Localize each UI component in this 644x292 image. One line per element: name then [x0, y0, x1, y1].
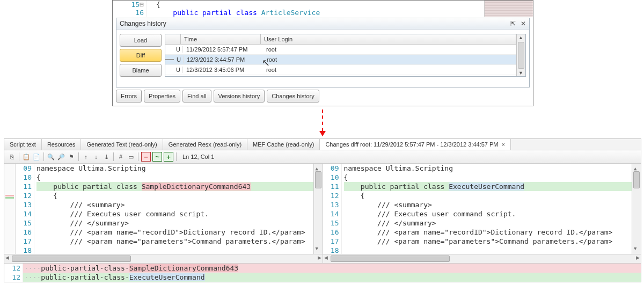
row-handle — [165, 59, 174, 60]
panel-tab-button[interactable]: Errors — [116, 90, 142, 103]
diff-split-view: 09101112131415161718 namespace Ultima.Sc… — [4, 164, 641, 263]
cell-user: root — [263, 67, 516, 73]
document-tab[interactable]: Generated Text (read-only) — [81, 139, 163, 150]
document-tab[interactable]: Script text — [4, 139, 42, 150]
panel-tab-button[interactable]: Find all — [182, 90, 211, 103]
cell-user: root — [263, 46, 516, 53]
copy-icon[interactable]: ⎘ — [8, 152, 16, 161]
merged-row: 12····public·partial·class·ExecuteUserCo… — [4, 273, 641, 282]
cursor-position: Ln 12, Col 1 — [182, 154, 214, 160]
grid-scrollbar-vertical[interactable] — [516, 34, 525, 76]
panel-tab-button[interactable]: Properties — [144, 90, 180, 103]
close-icon[interactable]: ✕ — [521, 20, 526, 27]
panel-titlebar: Changes history ⇱ ✕ — [116, 18, 529, 30]
diff-viewer-panel: Script textResourcesGenerated Text (read… — [4, 138, 641, 282]
diff-left-pane: 09101112131415161718 namespace Ultima.Sc… — [4, 164, 323, 263]
merged-row: 12····public·partial·class·SampleDiction… — [4, 264, 641, 273]
line-numbers: 09101112131415161718 — [323, 164, 342, 254]
diff-right-pane: 09101112131415161718 namespace Ultima.Sc… — [323, 164, 641, 263]
col-header-flag[interactable] — [165, 34, 181, 44]
tab-close-icon[interactable]: × — [502, 141, 505, 148]
cell-flag: U — [174, 46, 183, 53]
cell-flag: U — [174, 56, 184, 63]
table-row[interactable]: U11/29/2012 5:57:47 PMroot — [165, 45, 516, 55]
diff-removed-toggle[interactable]: − — [141, 152, 151, 162]
line-number: 16 — [113, 9, 144, 17]
replace-icon[interactable]: 🔎 — [57, 152, 65, 161]
paste-icon[interactable]: 📋 — [22, 152, 31, 161]
overview-ruler[interactable] — [4, 164, 16, 254]
panel-tab-button[interactable]: Changes history — [267, 90, 319, 103]
changes-history-panel: Changes history ⇱ ✕ Load Diff Blame Time… — [116, 18, 530, 87]
cell-time: 12/3/2012 3:45:06 PM — [183, 67, 263, 73]
cell-time: 11/29/2012 5:57:47 PM — [183, 46, 263, 53]
document-tabs: Script textResourcesGenerated Text (read… — [4, 139, 641, 150]
code-lines[interactable]: { public partial class ArticleService — [147, 1, 320, 17]
code-text[interactable]: namespace Ultima.Scripting{ public parti… — [34, 164, 313, 254]
pin-icon[interactable]: ⇱ — [510, 20, 516, 27]
up-icon[interactable]: ↑ — [82, 152, 90, 161]
down-icon[interactable]: ↓ — [92, 152, 100, 161]
hash-icon[interactable]: # — [116, 152, 125, 161]
load-button[interactable]: Load — [120, 34, 162, 47]
diff-added-toggle[interactable]: + — [164, 152, 173, 162]
merged-diff-lines: 12····public·partial·class·SampleDiction… — [4, 263, 641, 282]
diff-button[interactable]: Diff — [120, 49, 162, 62]
panel-title: Changes history — [120, 18, 166, 29]
diff-changed-toggle[interactable]: ~ — [152, 152, 162, 162]
document-tab[interactable]: Generated Resx (read-only) — [163, 139, 247, 150]
find-icon[interactable]: 🔍 — [47, 152, 55, 161]
window-icon[interactable]: ▭ — [127, 152, 135, 161]
bottom-tab-buttons: ErrorsPropertiesFind allVersions history… — [116, 90, 319, 103]
cell-user: root — [264, 56, 516, 63]
code-line: public partial class ArticleService — [156, 9, 320, 17]
line-number: 15⊟ — [113, 1, 144, 9]
table-row[interactable]: U12/3/2012 3:44:57 PMroot — [165, 55, 516, 65]
code-editor-panel: 15⊟ 16 { public partial class ArticleSer… — [112, 0, 533, 106]
scrollbar-vertical[interactable] — [313, 164, 323, 254]
code-text[interactable]: namespace Ultima.Scripting{ public parti… — [342, 164, 632, 254]
save-icon[interactable]: ⤓ — [102, 152, 111, 161]
table-row[interactable]: U12/3/2012 3:45:06 PMroot — [165, 65, 516, 75]
cell-flag: U — [174, 67, 183, 73]
diff-toolbar: ⎘ 📋 📄 🔍 🔎 ⚑ ↑ ↓ ⤓ # ▭ − ~ + Ln 12, Col 1 — [4, 150, 641, 164]
document-tab[interactable]: Changes diff root: 11/29/2012 5:57:47 PM… — [320, 139, 511, 150]
history-button-column: Load Diff Blame — [120, 34, 162, 77]
scrollbar-horizontal[interactable] — [4, 254, 323, 263]
col-header-user[interactable]: User Login — [261, 34, 516, 44]
clipboard-icon[interactable]: 📄 — [32, 152, 41, 161]
blame-button[interactable]: Blame — [120, 64, 162, 77]
history-grid[interactable]: Time User Login U11/29/2012 5:57:47 PMro… — [165, 34, 526, 77]
scrollbar-vertical[interactable] — [632, 164, 641, 254]
scrollbar-horizontal[interactable] — [323, 254, 641, 263]
line-numbers: 09101112131415161718 — [16, 164, 34, 254]
minimap[interactable] — [484, 1, 533, 17]
code-line: { — [156, 1, 320, 9]
panel-tab-button[interactable]: Versions history — [214, 90, 265, 103]
document-tab[interactable]: Resources — [42, 139, 82, 150]
bookmark-icon[interactable]: ⚑ — [67, 152, 76, 161]
cell-time: 12/3/2012 3:44:57 PM — [184, 56, 264, 63]
gutter: 15⊟ 16 — [113, 1, 147, 17]
document-tab[interactable]: MEF Cache (read-only) — [247, 139, 320, 150]
code-area: 15⊟ 16 { public partial class ArticleSer… — [113, 1, 533, 17]
grid-header: Time User Login — [165, 34, 516, 45]
flow-arrow — [320, 110, 324, 136]
col-header-time[interactable]: Time — [181, 34, 261, 44]
